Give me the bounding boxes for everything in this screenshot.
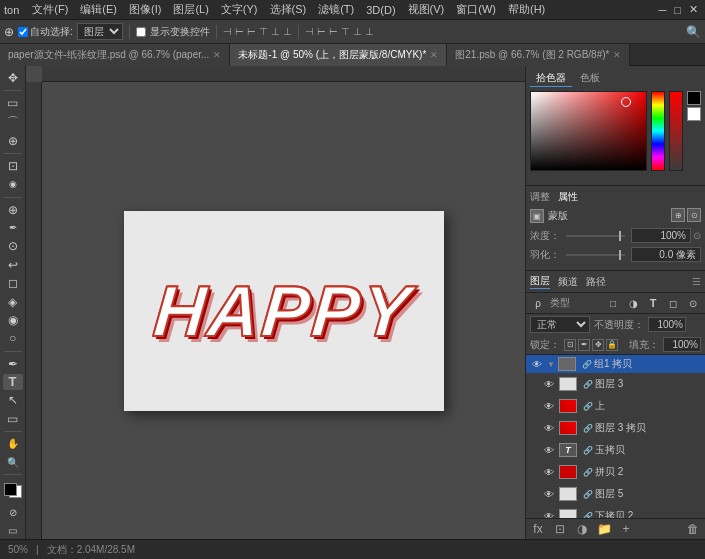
menu-edit[interactable]: 编辑(E) (75, 1, 122, 18)
opacity-input[interactable] (648, 317, 686, 332)
zoom-tool[interactable]: 🔍 (3, 454, 23, 470)
layer-link-2[interactable]: 🔗 (583, 401, 593, 411)
hue-slider[interactable] (651, 91, 665, 171)
pen-tool[interactable]: ✒ (3, 355, 23, 371)
add-style-icon[interactable]: fx (530, 521, 546, 537)
layers-panel-menu-icon[interactable]: ☰ (692, 276, 701, 287)
color-swatches[interactable] (4, 483, 22, 498)
tab-close-1[interactable]: ✕ (430, 50, 438, 60)
tab-untitled[interactable]: 未标题-1 @ 50% (上，图层蒙版/8/CMYK)* ✕ (230, 44, 447, 66)
layer-link-7[interactable]: 🔗 (583, 511, 593, 518)
foreground-color[interactable] (4, 483, 17, 496)
tab-close-2[interactable]: ✕ (613, 50, 621, 60)
quick-select-tool[interactable]: ⊕ (3, 133, 23, 149)
prop-icon-2[interactable]: ⊙ (687, 208, 701, 222)
move-tool[interactable]: ✥ (3, 70, 23, 86)
layers-tab-channels[interactable]: 频道 (558, 275, 578, 289)
screen-mode-tool[interactable]: ▭ (3, 522, 23, 538)
filter-smart-icon[interactable]: ⊙ (685, 295, 701, 311)
density-slider[interactable] (566, 235, 625, 237)
add-mask-icon[interactable]: ⊡ (552, 521, 568, 537)
layer-link-4[interactable]: 🔗 (583, 445, 593, 455)
dist-mid-icon[interactable]: ⊥ (353, 26, 362, 37)
show-transform-checkbox[interactable] (136, 27, 146, 37)
density-icon[interactable]: ⊙ (693, 230, 701, 241)
text-tool[interactable]: T (3, 374, 23, 390)
filter-text-icon[interactable]: T (645, 295, 661, 311)
feather-input[interactable] (631, 247, 701, 262)
visibility-icon-7[interactable]: 👁 (542, 509, 556, 518)
menu-3d[interactable]: 3D(D) (361, 3, 400, 17)
menu-help[interactable]: 帮助(H) (503, 1, 550, 18)
stamp-tool[interactable]: ⊙ (3, 238, 23, 254)
layer-item-1[interactable]: 👁 🔗 图层 3 (526, 373, 705, 395)
density-input[interactable] (631, 228, 691, 243)
path-select-tool[interactable]: ↖ (3, 392, 23, 408)
blend-mode-select[interactable]: 正常 溶解 正片叠底 (530, 316, 590, 333)
alpha-slider[interactable] (669, 91, 683, 171)
add-group-icon[interactable]: 📁 (596, 521, 612, 537)
color-tab-swatches[interactable]: 色板 (574, 70, 606, 87)
dodge-tool[interactable]: ○ (3, 330, 23, 346)
heal-tool[interactable]: ⊕ (3, 201, 23, 217)
auto-select-checkbox[interactable]: 自动选择: (18, 25, 73, 39)
lock-position-icon[interactable]: ✥ (592, 339, 604, 351)
lasso-tool[interactable]: ⌒ (3, 114, 23, 131)
layer-item-6[interactable]: 👁 🔗 图层 5 (526, 483, 705, 505)
menu-select[interactable]: 选择(S) (265, 1, 312, 18)
layer-item-4[interactable]: 👁 T 🔗 玉拷贝 (526, 439, 705, 461)
align-center-icon[interactable]: ⊢ (235, 26, 244, 37)
layer-link-1[interactable]: 🔗 (583, 379, 593, 389)
search-icon[interactable]: 🔍 (686, 25, 701, 39)
background-preview[interactable] (687, 107, 701, 121)
align-top-icon[interactable]: ⊤ (259, 26, 268, 37)
fill-input[interactable] (663, 337, 701, 352)
select-rect-tool[interactable]: ▭ (3, 95, 23, 111)
tab-close-0[interactable]: ✕ (213, 50, 221, 60)
layer-link-5[interactable]: 🔗 (583, 467, 593, 477)
filter-kind-icon[interactable]: ρ (530, 295, 546, 311)
layer-item-3[interactable]: 👁 🔗 图层 3 拷贝 (526, 417, 705, 439)
hand-tool[interactable]: ✋ (3, 436, 23, 452)
visibility-icon-6[interactable]: 👁 (542, 487, 556, 501)
menu-image[interactable]: 图像(I) (124, 1, 166, 18)
layer-item-5[interactable]: 👁 🔗 拼贝 2 (526, 461, 705, 483)
prop-tab-properties[interactable]: 属性 (558, 190, 578, 204)
tab-figure[interactable]: 图21.psb @ 66.7% (图 2 RGB/8#)* ✕ (447, 44, 630, 66)
dist-left-icon[interactable]: ⊣ (305, 26, 314, 37)
align-left-icon[interactable]: ⊣ (223, 26, 232, 37)
brush-tool[interactable]: ✒ (3, 220, 23, 236)
blur-tool[interactable]: ◉ (3, 312, 23, 328)
lock-all-icon[interactable]: 🔒 (606, 339, 618, 351)
layers-tab-paths[interactable]: 路径 (586, 275, 606, 289)
align-middle-icon[interactable]: ⊥ (271, 26, 280, 37)
visibility-icon-5[interactable]: 👁 (542, 465, 556, 479)
align-right-icon[interactable]: ⊢ (247, 26, 256, 37)
erase-tool[interactable]: ◻ (3, 275, 23, 291)
eyedrop-tool[interactable]: ◉ (3, 176, 23, 192)
menu-filter[interactable]: 滤镜(T) (313, 1, 359, 18)
delete-layer-icon[interactable]: 🗑 (685, 521, 701, 537)
close-icon[interactable]: ✕ (689, 3, 698, 16)
dist-top-icon[interactable]: ⊤ (341, 26, 350, 37)
group-chevron-0[interactable]: ▼ (547, 360, 555, 369)
menu-window[interactable]: 窗口(W) (451, 1, 501, 18)
visibility-icon-2[interactable]: 👁 (542, 399, 556, 413)
align-bottom-icon[interactable]: ⊥ (283, 26, 292, 37)
layer-link-6[interactable]: 🔗 (583, 489, 593, 499)
add-adjustment-icon[interactable]: ◑ (574, 521, 590, 537)
gradient-tool[interactable]: ◈ (3, 293, 23, 309)
minimize-icon[interactable]: ─ (659, 4, 667, 16)
add-layer-icon[interactable]: + (618, 521, 634, 537)
menu-layer[interactable]: 图层(L) (168, 1, 213, 18)
history-tool[interactable]: ↩ (3, 257, 23, 273)
prop-icon-1[interactable]: ⊕ (671, 208, 685, 222)
quick-mask-tool[interactable]: ⊘ (3, 504, 23, 520)
prop-tab-adjustments[interactable]: 调整 (530, 190, 550, 204)
tab-paper[interactable]: paper源文件-纸张纹理.psd @ 66.7% (paper... ✕ (0, 44, 230, 66)
layer-link-0[interactable]: 🔗 (582, 359, 592, 369)
shape-tool[interactable]: ▭ (3, 411, 23, 427)
auto-select-dropdown[interactable]: 图层 组 (77, 23, 123, 40)
filter-shape-icon[interactable]: ◻ (665, 295, 681, 311)
layer-item-7[interactable]: 👁 🔗 下拷贝 2 (526, 505, 705, 518)
